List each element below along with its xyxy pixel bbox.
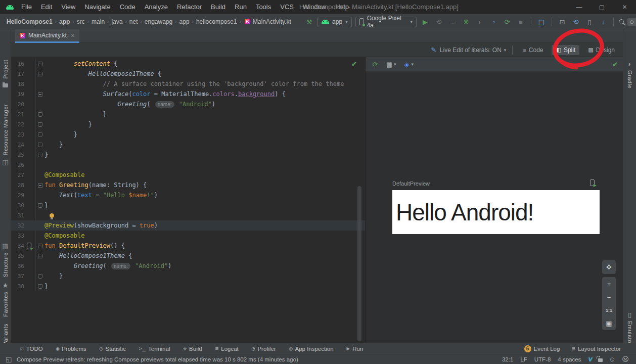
fold-end-icon[interactable] — [38, 274, 42, 279]
tool-window-switcher-icon[interactable]: ◱ — [5, 356, 12, 362]
debug-icon[interactable]: ❋ — [461, 19, 471, 25]
run-icon[interactable]: ▶ — [420, 19, 430, 25]
mode-button-design[interactable]: ▩ Design — [584, 45, 619, 55]
zoom-actual-button[interactable]: 1:1 — [606, 308, 612, 313]
profiler-icon[interactable]: ◔ — [488, 19, 498, 25]
fold-end-icon[interactable] — [38, 112, 42, 117]
pan-button[interactable]: ✥ — [602, 260, 616, 274]
fold-end-icon[interactable] — [38, 143, 42, 147]
tool-window-favorites[interactable]: ★Favorites — [0, 282, 11, 317]
breadcrumb-item[interactable]: app — [179, 18, 190, 25]
breadcrumb-file[interactable]: KMainActivity.kt — [245, 18, 292, 25]
zoom-fit-button[interactable]: ▣ — [606, 320, 612, 327]
menu-run[interactable]: Run — [230, 0, 251, 14]
tool-window-profiler[interactable]: ◔Profiler — [252, 345, 276, 352]
build-refresh-icon[interactable]: ⟳ — [372, 61, 379, 68]
tool-window-run[interactable]: ▶Run — [347, 345, 364, 352]
attach-debugger-icon[interactable]: ◗ — [475, 19, 485, 25]
tool-window-emulator[interactable]: ▯Emulator — [623, 311, 636, 345]
tool-window-project[interactable]: Project — [0, 60, 11, 87]
menu-analyze[interactable]: Analyze — [140, 0, 172, 14]
breadcrumb-item[interactable]: main — [91, 18, 105, 25]
indent-setting[interactable]: 4 spaces — [558, 356, 581, 362]
fold-marker-icon[interactable] — [38, 72, 42, 76]
menu-edit[interactable]: Edit — [36, 0, 57, 14]
unlock-icon[interactable] — [598, 358, 603, 362]
menu-refactor[interactable]: Refactor — [172, 0, 206, 14]
tool-window-terminal[interactable]: >_Terminal — [139, 345, 170, 352]
fold-end-icon[interactable] — [38, 153, 42, 157]
breadcrumb-item[interactable]: engawapg — [144, 18, 173, 25]
fold-marker-icon[interactable] — [38, 254, 42, 258]
device-file-explorer-icon[interactable]: ▤ — [536, 19, 547, 25]
tool-window-gradle[interactable]: ◗Gradle — [623, 61, 636, 88]
view-options-icon[interactable]: ▦ — [386, 61, 393, 68]
intention-bulb-icon[interactable] — [50, 213, 54, 218]
code-editor[interactable]: 16 setContent {17 HelloCompose1Theme {18… — [11, 57, 365, 343]
menu-tools[interactable]: Tools — [251, 0, 276, 14]
run-preview-on-device-icon[interactable] — [590, 179, 595, 186]
feedback-happy-icon[interactable]: ☺ — [609, 356, 616, 362]
build-refresh-button[interactable]: ⟳ — [372, 61, 379, 68]
caret-position[interactable]: 32:1 — [502, 356, 513, 362]
tool-window-statistic[interactable]: ◷Statistic — [100, 345, 126, 352]
stop-icon[interactable]: ■ — [516, 19, 526, 25]
menu-vcs[interactable]: VCS — [276, 0, 298, 14]
maximize-button[interactable]: ▢ — [590, 0, 613, 14]
breadcrumb-item[interactable]: java — [111, 18, 123, 25]
breadcrumb-item[interactable]: hellocompose1 — [196, 18, 238, 25]
fold-marker-icon[interactable] — [38, 244, 42, 248]
zoom-in-button[interactable]: + — [607, 281, 611, 287]
feedback-sad-icon[interactable]: ☹ — [622, 356, 629, 362]
breadcrumb-item[interactable]: src — [76, 18, 85, 25]
view-options-button[interactable]: ▦▾ — [386, 61, 396, 68]
close-icon[interactable]: ✕ — [71, 33, 75, 38]
minimize-button[interactable]: — — [568, 0, 590, 14]
v-plugin-icon[interactable]: V — [588, 356, 592, 362]
sdk-manager-icon[interactable]: ↓ — [598, 19, 608, 25]
mode-button-code[interactable]: ≡ Code — [519, 45, 547, 55]
tool-window-problems[interactable]: ◉Problems — [56, 345, 86, 352]
breadcrumb-item[interactable]: app — [59, 18, 70, 25]
breadcrumb-item[interactable]: net — [129, 18, 139, 25]
fold-marker-icon[interactable] — [38, 92, 42, 97]
menu-build[interactable]: Build — [206, 0, 230, 14]
fold-marker-icon[interactable] — [38, 62, 42, 66]
device-combo[interactable]: Google Pixel 4a ▾ — [355, 17, 417, 27]
fold-end-icon[interactable] — [38, 132, 42, 137]
zoom-out-button[interactable]: − — [607, 294, 611, 301]
apply-changes-icon[interactable]: ⟲ — [434, 19, 444, 25]
mode-button-split[interactable]: ◧ Split — [552, 45, 579, 55]
inspections-ok-icon[interactable]: ✔ — [351, 60, 357, 68]
menu-file[interactable]: File — [17, 0, 36, 14]
event-log-button[interactable]: 6 Event Log — [524, 345, 560, 352]
gradle-sync-icon[interactable]: ⟲ — [571, 19, 581, 25]
user-avatar-icon[interactable]: ☺ — [627, 18, 636, 26]
fold-end-icon[interactable] — [38, 284, 42, 289]
tool-window-build[interactable]: ⚒Build — [183, 345, 202, 352]
live-edit-dropdown[interactable]: ✎ Live Edit of literals: ON ▾ — [430, 47, 507, 54]
tool-window-structure[interactable]: ▦Structure — [0, 243, 11, 277]
menu-code[interactable]: Code — [115, 0, 140, 14]
close-button[interactable]: ✕ — [613, 0, 636, 14]
fold-marker-icon[interactable] — [38, 183, 42, 188]
running-devices-icon[interactable]: ⊡ — [557, 19, 567, 25]
fold-end-icon[interactable] — [38, 122, 42, 127]
make-project-icon[interactable]: ⚒ — [304, 19, 314, 25]
fold-end-icon[interactable] — [38, 203, 42, 208]
menu-view[interactable]: View — [57, 0, 80, 14]
layout-inspector-button[interactable]: ⊞ Layout Inspector — [572, 345, 621, 352]
line-separator[interactable]: LF — [520, 356, 527, 362]
file-encoding[interactable]: UTF-8 — [534, 356, 551, 362]
apply-code-changes-icon[interactable]: ≡ — [447, 19, 458, 25]
run-preview-gutter-icon[interactable] — [27, 243, 31, 249]
editor-scrollbar[interactable] — [357, 186, 361, 341]
run-config-combo[interactable]: app ▾ — [317, 17, 352, 27]
tool-window-todo[interactable]: ☑TODO — [20, 345, 43, 352]
search-everywhere-icon[interactable] — [619, 19, 624, 24]
layers-button[interactable]: ◈▾ — [403, 61, 414, 68]
tool-window-app-inspection[interactable]: ◎App Inspection — [289, 345, 334, 352]
menu-navigate[interactable]: Navigate — [80, 0, 115, 14]
sync-restart-icon[interactable]: ⟳ — [502, 19, 512, 25]
tab-mainactivity[interactable]: K MainActivity.kt ✕ — [15, 29, 79, 43]
